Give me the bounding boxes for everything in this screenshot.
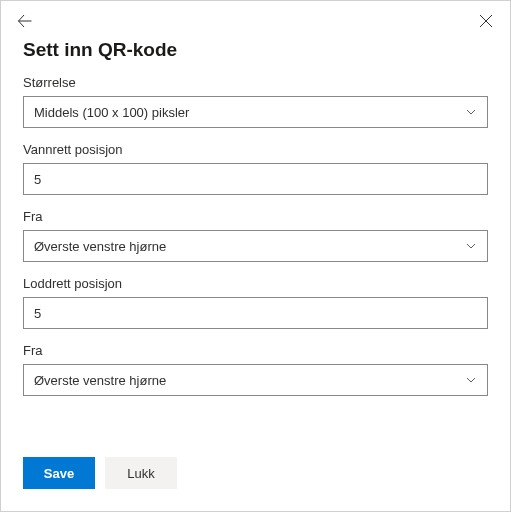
chevron-down-icon [465,240,477,252]
chevron-down-icon [465,106,477,118]
vertical-from-value: Øverste venstre hjørne [34,373,166,388]
vertical-from-select[interactable]: Øverste venstre hjørne [23,364,488,396]
close-dialog-button[interactable] [476,11,496,31]
arrow-left-icon [17,13,33,29]
chevron-down-icon [465,374,477,386]
vertical-position-label: Loddrett posisjon [23,276,488,291]
close-icon [479,14,493,28]
horizontal-from-select[interactable]: Øverste venstre hjørne [23,230,488,262]
horizontal-position-label: Vannrett posisjon [23,142,488,157]
horizontal-from-value: Øverste venstre hjørne [34,239,166,254]
size-label: Størrelse [23,75,488,90]
dialog-title: Sett inn QR-kode [1,37,510,75]
horizontal-position-input[interactable] [23,163,488,195]
size-select[interactable]: Middels (100 x 100) piksler [23,96,488,128]
vertical-position-input[interactable] [23,297,488,329]
horizontal-from-label: Fra [23,209,488,224]
size-select-value: Middels (100 x 100) piksler [34,105,189,120]
back-button[interactable] [15,11,35,31]
save-button[interactable]: Save [23,457,95,489]
close-button[interactable]: Lukk [105,457,177,489]
vertical-from-label: Fra [23,343,488,358]
